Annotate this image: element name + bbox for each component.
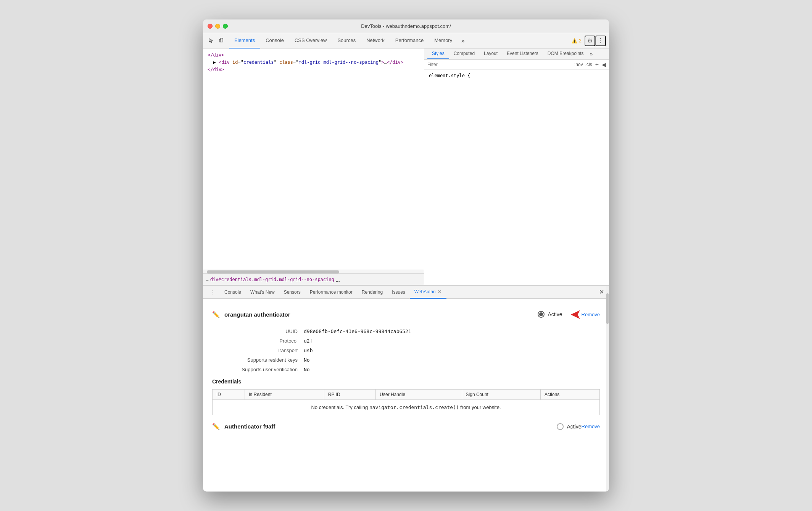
authenticator-1-info: UUID d98e08fb-0efc-43e6-968c-99844cab652… [227, 328, 600, 372]
active-radio-group-2: Active [557, 423, 581, 430]
warning-count: 2 [579, 38, 582, 44]
webauthn-tab-close[interactable]: ✕ [437, 289, 442, 295]
authenticator-section-1: ✏️ orangutan authenticator Active ➤ Remo… [212, 306, 600, 415]
active-radio-group-1: Active ➤ [538, 306, 581, 322]
transport-value: usb [304, 348, 313, 353]
authenticator-section-2: ✏️ Authenticator f9aff Active Remove [212, 423, 600, 430]
element-style-text: element.style { [429, 73, 470, 78]
drawer-tab-webauthn[interactable]: WebAuthn ✕ [410, 286, 446, 299]
resident-keys-value: No [304, 357, 310, 363]
authenticator-2-name: Authenticator f9aff [224, 423, 557, 430]
tab-network[interactable]: Network [361, 33, 390, 49]
styles-filter-input[interactable] [427, 62, 571, 67]
no-credentials-suffix: from your website. [459, 404, 501, 410]
col-sign-count: Sign Count [462, 390, 540, 400]
browser-window: DevTools - webauthndemo.appspot.com/ Ele… [203, 19, 609, 492]
settings-button[interactable]: ⚙ [585, 36, 595, 46]
warning-badge: ⚠️ 2 [572, 38, 582, 44]
device-toolbar-button[interactable] [217, 36, 227, 46]
edit-authenticator-2-icon[interactable]: ✏️ [212, 423, 220, 430]
close-button[interactable] [208, 24, 213, 29]
collapse-styles-button[interactable]: ◀ [602, 61, 606, 68]
inspect-element-button[interactable] [206, 36, 217, 46]
scrollbar-thumb-vertical[interactable] [606, 293, 609, 324]
styles-filter-bar: :hov .cls + ◀ [424, 60, 609, 70]
resident-keys-label: Supports resident keys [227, 357, 304, 363]
red-arrow-indicator: ➤ [570, 306, 582, 322]
authenticator-1-name: orangutan authenticator [224, 311, 538, 318]
more-tabs-button[interactable]: » [458, 36, 468, 46]
tab-sources[interactable]: Sources [332, 33, 361, 49]
more-options-button[interactable]: ⋮ [595, 36, 606, 46]
edit-authenticator-1-icon[interactable]: ✏️ [212, 311, 220, 318]
breadcrumb-more[interactable]: … [336, 275, 340, 283]
styles-panel: Styles Computed Layout Event Listeners D… [424, 49, 609, 285]
window-title: DevTools - webauthndemo.appspot.com/ [361, 23, 451, 29]
no-credentials-row: No credentials. Try calling navigator.cr… [213, 400, 600, 415]
styles-tab-dom-breakpoints[interactable]: DOM Breakpoints [543, 49, 588, 59]
credentials-table: ID Is Resident RP ID User Handle Sign Co… [212, 389, 600, 415]
active-radio-2[interactable] [557, 423, 564, 430]
styles-content: element.style { [424, 70, 609, 285]
horizontal-scrollbar[interactable] [203, 270, 424, 273]
code-line-2[interactable]: ▶ <div id="credentials" class="mdl-grid … [208, 59, 419, 66]
drawer-tab-rendering[interactable]: Rendering [357, 286, 387, 299]
drawer-close-button[interactable]: ✕ [597, 288, 606, 297]
col-actions: Actions [540, 390, 599, 400]
devtools-main-tabs: Elements Console CSS Overview Sources Ne… [229, 33, 468, 49]
styles-tabs: Styles Computed Layout Event Listeners D… [424, 49, 609, 60]
styles-tab-styles[interactable]: Styles [427, 49, 449, 59]
code-line-1: </div> [208, 52, 419, 59]
tab-console[interactable]: Console [260, 33, 289, 49]
tab-performance[interactable]: Performance [390, 33, 429, 49]
drawer-tab-sensors[interactable]: Sensors [279, 286, 305, 299]
styles-tab-computed[interactable]: Computed [449, 49, 479, 59]
drawer-tab-whats-new[interactable]: What's New [246, 286, 279, 299]
credentials-heading: Credentials [212, 378, 600, 385]
resident-keys-row: Supports resident keys No [227, 357, 600, 363]
drawer-tabs: ⋮ Console What's New Sensors Performance… [203, 286, 609, 299]
tab-memory[interactable]: Memory [429, 33, 458, 49]
col-id: ID [213, 390, 245, 400]
maximize-button[interactable] [223, 24, 228, 29]
user-verification-label: Supports user verification [227, 367, 304, 372]
scrollbar-thumb[interactable] [207, 270, 339, 273]
drawer: ⋮ Console What's New Sensors Performance… [203, 285, 609, 492]
drawer-tab-console[interactable]: Console [220, 286, 246, 299]
elements-panel: </div> ▶ <div id="credentials" class="md… [203, 49, 424, 285]
add-style-rule-button[interactable]: + [595, 61, 599, 68]
col-is-resident: Is Resident [245, 390, 324, 400]
transport-row: Transport usb [227, 348, 600, 353]
active-label-2: Active [567, 424, 581, 430]
tab-elements[interactable]: Elements [229, 33, 260, 49]
transport-label: Transport [227, 348, 304, 353]
drawer-tab-issues[interactable]: Issues [387, 286, 410, 299]
tab-css-overview[interactable]: CSS Overview [289, 33, 332, 49]
styles-tab-layout[interactable]: Layout [479, 49, 502, 59]
cls-button[interactable]: .cls [585, 62, 592, 67]
authenticator-header-1: ✏️ orangutan authenticator Active ➤ Remo… [212, 306, 600, 322]
no-credentials-code: navigator.credentials.create() [369, 404, 459, 410]
elements-code-view: </div> ▶ <div id="credentials" class="md… [203, 49, 424, 270]
uuid-label: UUID [227, 328, 304, 334]
vertical-scrollbar[interactable] [606, 286, 609, 492]
traffic-lights [208, 24, 228, 29]
user-verification-row: Supports user verification No [227, 367, 600, 372]
authenticator-header-2: ✏️ Authenticator f9aff Active Remove [212, 423, 600, 430]
titlebar: DevTools - webauthndemo.appspot.com/ [203, 19, 609, 33]
remove-authenticator-1-link[interactable]: Remove [582, 312, 600, 317]
active-radio-1[interactable] [538, 311, 545, 318]
remove-authenticator-2-link[interactable]: Remove [582, 424, 600, 429]
drawer-tab-three-dots[interactable]: ⋮ [206, 286, 220, 299]
col-rp-id: RP ID [324, 390, 376, 400]
styles-more-tabs[interactable]: » [590, 51, 593, 57]
no-credentials-msg: No credentials. Try calling [311, 404, 369, 410]
protocol-value: u2f [304, 338, 313, 344]
styles-tab-event-listeners[interactable]: Event Listeners [502, 49, 543, 59]
hov-button[interactable]: :hov [574, 62, 583, 67]
radio-inner-1 [539, 312, 543, 316]
webauthn-panel: ✏️ orangutan authenticator Active ➤ Remo… [203, 299, 609, 492]
user-verification-value: No [304, 367, 310, 372]
drawer-tab-performance-monitor[interactable]: Performance monitor [305, 286, 357, 299]
minimize-button[interactable] [215, 24, 220, 29]
